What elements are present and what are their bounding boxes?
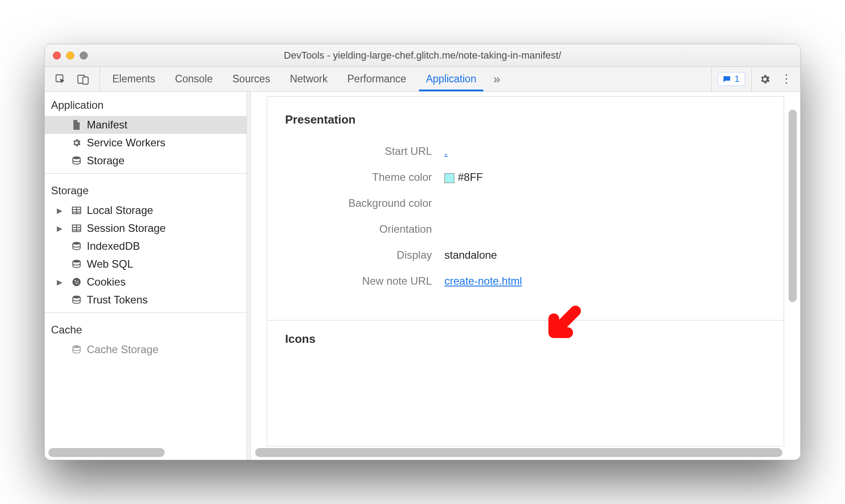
sidebar-item-indexeddb[interactable]: IndexedDB xyxy=(45,237,247,255)
value-display: standalone xyxy=(444,249,497,261)
storage-icon xyxy=(71,259,82,269)
sidebar-item-label: Manifest xyxy=(87,119,128,131)
window-title: DevTools - yielding-large-chef.glitch.me… xyxy=(45,50,800,61)
sidebar-item-session-storage[interactable]: ▶ Session Storage xyxy=(45,219,247,237)
table-icon xyxy=(71,224,82,233)
svg-point-20 xyxy=(73,345,81,348)
more-options-button[interactable]: ⋮ xyxy=(778,72,800,86)
tab-sources[interactable]: Sources xyxy=(222,67,280,91)
disclosure-triangle-icon[interactable]: ▶ xyxy=(55,278,64,286)
storage-icon xyxy=(71,241,82,251)
sidebar-item-local-storage[interactable]: ▶ Local Storage xyxy=(45,201,247,219)
sidebar-item-websql[interactable]: Web SQL xyxy=(45,255,247,273)
sidebar-item-label: Local Storage xyxy=(87,204,153,217)
svg-rect-2 xyxy=(83,77,88,84)
manifest-content: Presentation Start URL . Theme color #8F… xyxy=(251,92,800,460)
label-start-url: Start URL xyxy=(283,145,444,158)
message-count: 1 xyxy=(734,74,739,84)
zoom-window-button[interactable] xyxy=(80,51,88,60)
storage-icon xyxy=(71,156,82,166)
sidebar-item-cache-storage[interactable]: Cache Storage xyxy=(45,341,247,359)
settings-button[interactable] xyxy=(752,73,778,85)
file-icon xyxy=(71,120,82,130)
svg-point-19 xyxy=(73,295,81,298)
disclosure-triangle-icon[interactable]: ▶ xyxy=(55,206,64,215)
application-sidebar: Application Manifest Service Workers xyxy=(45,92,247,460)
disclosure-triangle-icon[interactable]: ▶ xyxy=(55,224,64,233)
table-icon xyxy=(71,206,82,215)
row-display: Display standalone xyxy=(283,242,768,268)
label-theme-color: Theme color xyxy=(283,171,444,184)
console-messages-button[interactable]: 1 xyxy=(718,72,745,86)
svg-point-17 xyxy=(76,282,77,284)
panel-body: Application Manifest Service Workers xyxy=(45,92,800,460)
sidebar-item-label: Service Workers xyxy=(87,137,166,149)
row-start-url: Start URL . xyxy=(283,138,768,164)
devtools-window: DevTools - yielding-large-chef.glitch.me… xyxy=(44,44,801,460)
panel-splitter[interactable] xyxy=(247,92,251,460)
sidebar-item-service-workers[interactable]: Service Workers xyxy=(45,134,247,152)
titlebar: DevTools - yielding-large-chef.glitch.me… xyxy=(45,44,800,67)
svg-point-13 xyxy=(73,260,81,262)
sidebar-item-label: Web SQL xyxy=(87,258,133,270)
section-heading-icons: Icons xyxy=(285,332,768,346)
svg-point-16 xyxy=(77,281,78,282)
row-new-note-url: New note URL create-note.html xyxy=(283,268,768,294)
gear-icon xyxy=(71,138,82,148)
tab-application[interactable]: Application xyxy=(416,67,487,91)
sidebar-item-storage[interactable]: Storage xyxy=(45,152,247,170)
svg-point-3 xyxy=(73,156,81,159)
tab-console[interactable]: Console xyxy=(165,67,222,91)
color-swatch xyxy=(444,173,454,183)
content-horizontal-scrollbar[interactable] xyxy=(255,448,782,457)
tab-network[interactable]: Network xyxy=(280,67,337,91)
svg-point-14 xyxy=(73,278,81,286)
sidebar-item-label: Storage xyxy=(87,154,124,167)
sidebar-item-label: Trust Tokens xyxy=(87,294,148,306)
sidebar-item-label: Session Storage xyxy=(87,222,166,235)
sidebar-item-trust-tokens[interactable]: Trust Tokens xyxy=(45,291,247,309)
sidebar-item-label: Cookies xyxy=(87,276,126,288)
svg-point-12 xyxy=(73,242,81,244)
sidebar-item-cookies[interactable]: ▶ Cookies xyxy=(45,273,247,291)
row-orientation: Orientation xyxy=(283,216,768,242)
sidebar-section-application: Application xyxy=(45,92,247,116)
content-vertical-scrollbar[interactable] xyxy=(789,110,797,424)
link-start-url[interactable]: . xyxy=(444,145,448,157)
sidebar-section-cache: Cache xyxy=(45,316,247,341)
traffic-lights xyxy=(53,51,88,60)
label-background-color: Background color xyxy=(283,197,444,209)
row-theme-color: Theme color #8FF xyxy=(283,164,768,190)
sidebar-item-label: Cache Storage xyxy=(87,343,158,356)
svg-point-15 xyxy=(75,280,76,282)
sidebar-item-label: IndexedDB xyxy=(87,240,140,252)
device-toggle-icon[interactable] xyxy=(77,73,90,85)
inspect-element-icon[interactable] xyxy=(55,73,66,85)
label-new-note-url: New note URL xyxy=(283,275,444,287)
sidebar-horizontal-scrollbar[interactable] xyxy=(48,448,229,457)
link-new-note-url[interactable]: create-note.html xyxy=(444,275,522,287)
sidebar-item-manifest[interactable]: Manifest xyxy=(45,116,247,134)
label-display: Display xyxy=(283,249,444,261)
row-background-color: Background color xyxy=(283,190,768,216)
storage-icon xyxy=(71,295,82,305)
tab-performance[interactable]: Performance xyxy=(337,67,416,91)
minimize-window-button[interactable] xyxy=(66,51,74,60)
section-heading-presentation: Presentation xyxy=(285,113,768,127)
devtools-toolbar: Elements Console Sources Network Perform… xyxy=(45,67,800,92)
close-window-button[interactable] xyxy=(53,51,61,60)
cookie-icon xyxy=(71,277,82,287)
svg-point-18 xyxy=(78,283,79,284)
panel-tabs: Elements Console Sources Network Perform… xyxy=(100,67,486,91)
more-tabs-button[interactable]: » xyxy=(486,72,508,86)
value-theme-color: #8FF xyxy=(444,171,483,184)
sidebar-section-storage: Storage xyxy=(45,177,247,201)
storage-icon xyxy=(71,345,82,355)
label-orientation: Orientation xyxy=(283,223,444,235)
tab-elements[interactable]: Elements xyxy=(102,67,165,91)
